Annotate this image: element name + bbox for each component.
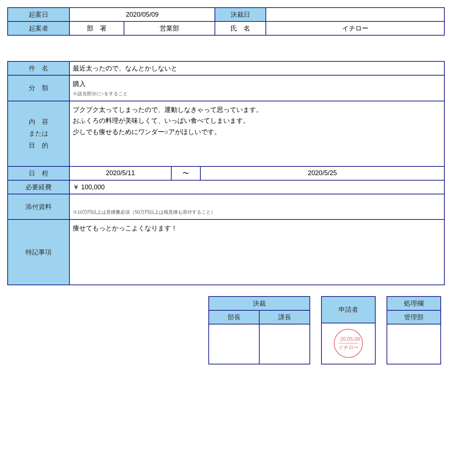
schedule-label: 日 程: [8, 166, 69, 180]
content-label-line1: 内 容: [11, 116, 66, 128]
cost-value: ￥ 100,000: [69, 180, 444, 194]
process-table: 処理欄 管理部: [387, 296, 441, 364]
category-note: ※該当部分に○をすること: [73, 90, 441, 98]
draft-date-value: 2020/05/09: [69, 8, 215, 21]
name-value: イチロー: [266, 21, 444, 35]
attach-cell: ※10万円以上は見積書必須（50万円以上は相見積も添付すること）: [69, 194, 444, 219]
decision-date-value: [266, 8, 444, 21]
content-value: ブクブク太ってしまったので、運動しなきゃって思っています。 おふくろの料理が美味…: [69, 101, 444, 166]
attach-note: ※10万円以上は見積書必須（50万円以上は相見積も添付すること）: [73, 208, 441, 216]
attach-label: 添付資料: [8, 194, 69, 219]
content-label-line3: 目 的: [11, 140, 66, 151]
schedule-from: 2020/5/11: [69, 166, 171, 180]
applicant-stamp-cell: 20.05.09 イチロー: [321, 323, 375, 364]
kanri-label: 管理部: [387, 310, 441, 324]
main-table: 件 名 最近太ったので、なんとかしないと 分 類 購入 ※該当部分に○をすること…: [7, 61, 445, 285]
decision-date-label: 決裁日: [215, 8, 266, 21]
subject-label: 件 名: [8, 61, 69, 75]
decision-table: 決裁 部長 課長: [208, 296, 310, 364]
dept-value: 営業部: [124, 21, 215, 35]
bucho-stamp-cell: [209, 324, 259, 364]
category-value: 購入: [73, 78, 441, 90]
subject-value: 最近太ったので、なんとかしないと: [69, 61, 444, 75]
drafter-label: 起案者: [8, 21, 69, 35]
kacho-label: 課長: [259, 310, 310, 324]
stamp-name: イチロー: [338, 343, 359, 351]
content-label-line2: または: [11, 128, 66, 139]
content-label: 内 容 または 目 的: [8, 101, 69, 166]
category-label: 分 類: [8, 75, 69, 101]
remarks-value: 痩せてもっとかっこよくなります！: [69, 219, 444, 285]
schedule-tilde: 〜: [171, 166, 200, 180]
schedule-to: 2020/5/25: [200, 166, 444, 180]
bucho-label: 部長: [209, 310, 259, 324]
name-label: 氏 名: [215, 21, 266, 35]
remarks-label: 特記事項: [8, 219, 69, 285]
header-table: 起案日 2020/05/09 決裁日 起案者 部 署 営業部 氏 名 イチロー: [7, 7, 445, 36]
applicant-table: 申請者 20.05.09 イチロー: [321, 296, 376, 364]
category-cell: 購入 ※該当部分に○をすること: [69, 75, 444, 101]
decision-header: 決裁: [209, 297, 310, 310]
process-header: 処理欄: [387, 297, 441, 310]
stamp-date: 20.05.09: [339, 336, 358, 343]
cost-label: 必要経費: [8, 180, 69, 194]
draft-date-label: 起案日: [8, 8, 69, 21]
applicant-header: 申請者: [321, 297, 375, 323]
kacho-stamp-cell: [259, 324, 310, 364]
kanri-stamp-cell: [387, 324, 441, 364]
dept-label: 部 署: [69, 21, 124, 35]
approval-area: 決裁 部長 課長 申請者 20.05.09 イチロー 処理欄: [7, 296, 445, 364]
hanko-stamp-icon: 20.05.09 イチロー: [334, 329, 363, 358]
